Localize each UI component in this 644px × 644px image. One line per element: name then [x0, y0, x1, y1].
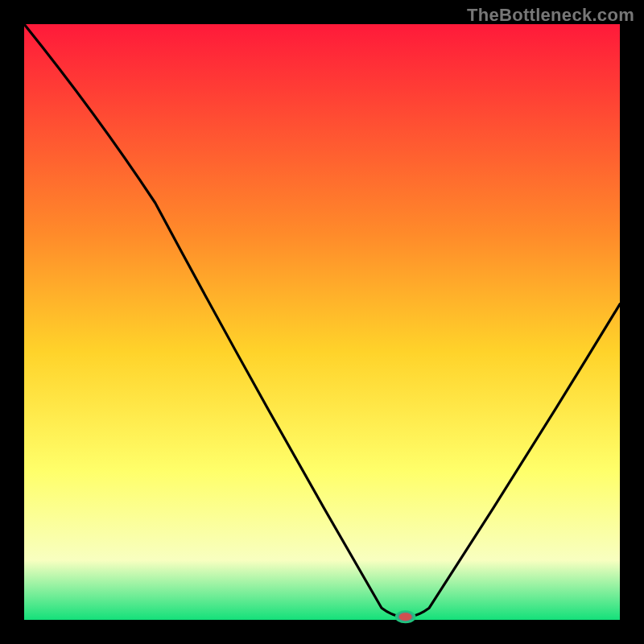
optimal-point-marker [395, 610, 416, 623]
chart-frame: { "watermark": "TheBottleneck.com", "col… [0, 0, 644, 644]
svg-point-2 [399, 613, 412, 621]
watermark-text: TheBottleneck.com [467, 5, 634, 26]
plot-area [24, 24, 620, 620]
bottleneck-chart [0, 0, 644, 644]
